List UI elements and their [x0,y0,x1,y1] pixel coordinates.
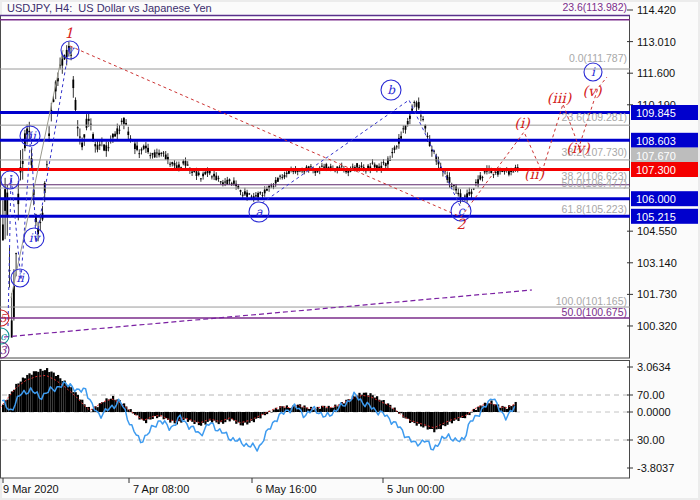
wave-label-red: (ii) [524,166,545,182]
wave-label-edge: c [0,330,7,343]
wave-label-blue: ii [16,271,25,285]
wave-label-blue: iii [24,129,37,143]
fib-label: 23.6(109.281) [562,111,627,123]
fib-label: 23.6(113.982) [562,1,627,13]
y-axis-tick-label: 111.600 [637,67,675,79]
indicator-tick-label: 3.0634 [637,361,671,373]
price-axis: 114.420113.010111.600110.190104.550103.1… [627,4,698,474]
wave-label-blue: b [387,83,396,97]
fib-label: 61.8(105.223) [562,203,627,215]
x-axis-tick-label: 9 Mar 2020 [3,483,59,495]
wave-label-red: (iii) [547,90,573,106]
svg-text:106.000: 106.000 [636,193,676,205]
fib-label: 0.0(111.787) [569,52,627,64]
y-axis-tick-label: 101.730 [637,288,677,300]
indicator-tick-label: 70.00 [637,389,665,401]
x-axis-tick-label: 6 May 16:00 [256,483,317,495]
y-axis-tick-label: 103.140 [637,257,677,269]
wave-label-blue: a [255,205,263,219]
y-axis-tick-label: 113.010 [637,36,676,48]
indicator-tick-label: 30.00 [637,434,665,446]
svg-text:105.215: 105.215 [636,211,676,223]
price-chart[interactable]: 114.420113.010111.600110.190104.550103.1… [0,0,700,500]
svg-text:109.845: 109.845 [636,107,676,119]
x-axis-tick-label: 5 Jun 00:00 [387,483,445,495]
fib-label: 50.0(106.477) [562,177,627,189]
wave-label-red: (iv) [566,140,591,156]
x-axis-tick-label: 7 Apr 08:00 [133,483,189,495]
indicator-tick-label: -3.8037 [637,462,674,474]
fib-label: 50.0(100.675) [562,306,627,318]
svg-text:108.603: 108.603 [636,135,676,147]
time-axis: 9 Mar 20207 Apr 08:006 May 16:005 Jun 00… [3,478,445,495]
wave-label-red: (i) [514,115,531,131]
wave-label-red: (v) [583,83,603,99]
wave-label-red: 2 [457,216,467,232]
y-axis-tick-label: 114.420 [637,4,676,16]
wave-label-edge: 3 [0,344,8,357]
y-axis-tick-label: 104.550 [637,225,677,237]
chart-window: USDJPY, H4: US Dollar vs Japanese Yen MA… [0,0,700,500]
svg-text:107.300: 107.300 [636,164,676,176]
wave-label-red: 1 [65,25,74,41]
y-axis-tick-label: 100.320 [637,320,677,332]
svg-text:107.670: 107.670 [636,150,676,162]
wave-label-edge: 5 [0,312,8,325]
indicator-tick-label: 0.0000 [637,406,671,418]
